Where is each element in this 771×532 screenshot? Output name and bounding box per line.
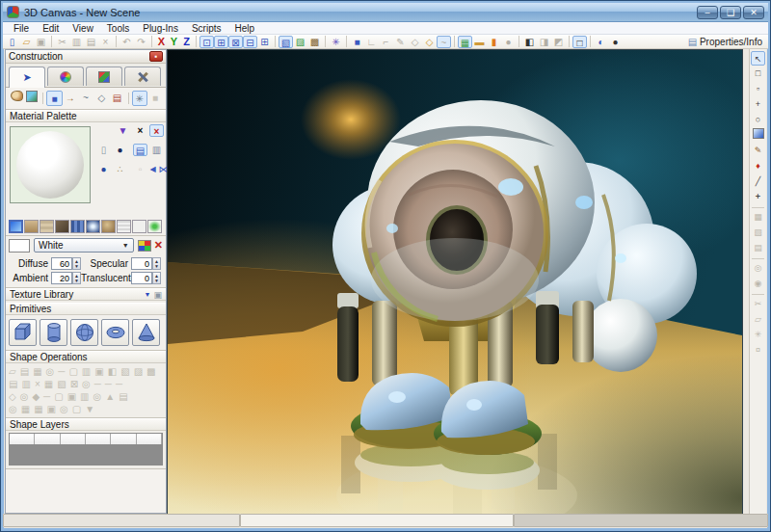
axis-x-button[interactable]: X <box>155 36 168 48</box>
figure-icon[interactable]: ¤ <box>751 343 765 358</box>
shaded-cube-icon[interactable]: ▨ <box>293 36 307 48</box>
remove-color-icon[interactable]: ✕ <box>154 239 163 252</box>
lasso-select-icon[interactable]: ▫ <box>751 82 765 96</box>
panel-close-icon[interactable]: ▪ <box>149 51 163 62</box>
cut-icon[interactable]: ✂ <box>55 36 69 48</box>
gradient-tool-icon[interactable] <box>751 128 765 143</box>
material-swatch[interactable] <box>117 220 131 233</box>
copy-icon[interactable]: ▥ <box>69 36 84 48</box>
gray-cube-icon[interactable]: ■ <box>147 91 163 106</box>
diffuse-stepper[interactable]: ▲▼ <box>72 257 81 270</box>
layers-icon[interactable]: ▤ <box>133 144 147 156</box>
properties-info-button[interactable]: ▤ Properties/Info <box>685 36 766 48</box>
cube-tool-icon[interactable]: ■ <box>350 36 364 48</box>
texture-library-header[interactable]: Texture Library ▼ ▣ <box>6 288 166 301</box>
material-swatch[interactable] <box>86 220 100 233</box>
menu-file[interactable]: File <box>7 23 36 34</box>
navigate-cube-icon[interactable]: ■ <box>46 91 62 106</box>
menu-tools[interactable]: Tools <box>100 23 136 34</box>
view-split-icon[interactable]: ◨ <box>537 36 551 48</box>
save-icon[interactable]: ▣ <box>34 36 48 48</box>
shape-ops-row[interactable]: ▱▤▦◎─▢▥▣◧▧▨▩ <box>9 365 163 378</box>
delete-material-icon[interactable]: × <box>149 124 164 137</box>
primitive-cube-button[interactable] <box>9 319 37 346</box>
color-drop-icon[interactable]: ♦ <box>751 159 765 173</box>
paw-icon[interactable]: ∴ <box>113 163 127 175</box>
move-icon[interactable]: + <box>751 97 765 112</box>
pen-tool-icon[interactable]: ✎ <box>393 36 408 48</box>
lamp-tool-icon[interactable]: ◇ <box>408 36 422 48</box>
star-shape-icon[interactable]: ✳ <box>751 328 765 342</box>
primitive-cone-button[interactable] <box>132 319 160 346</box>
translucent-value[interactable]: 0 <box>131 272 152 284</box>
orbit-icon[interactable]: ◎ <box>751 261 765 276</box>
horizontal-scrollbar-thumb[interactable] <box>240 514 514 527</box>
lamp-icon[interactable]: ◇ <box>93 91 109 106</box>
zoom-icon[interactable]: ○ <box>751 113 765 127</box>
specular-value[interactable]: 0 <box>131 257 152 270</box>
rotate-y-icon[interactable]: ▧ <box>751 226 765 240</box>
primitive-sphere-button[interactable] <box>70 319 98 346</box>
select-mode-icon[interactable]: ⊡ <box>199 36 214 48</box>
shade-half-icon[interactable]: ◐ <box>594 36 608 48</box>
viewport[interactable] <box>167 49 743 516</box>
paste-icon[interactable]: ▤ <box>84 36 98 48</box>
color-palette-icon[interactable] <box>138 240 151 252</box>
delete-icon[interactable]: × <box>98 36 113 48</box>
dark-sphere-icon[interactable]: ● <box>113 144 127 156</box>
material-swatch[interactable] <box>9 220 23 233</box>
redo-icon[interactable]: ↷ <box>134 36 148 48</box>
minimize-button[interactable]: – <box>697 6 718 19</box>
menu-view[interactable]: View <box>66 23 100 34</box>
menu-help[interactable]: Help <box>227 23 261 34</box>
current-color-swatch[interactable] <box>9 239 30 253</box>
material-swatch[interactable] <box>70 220 85 233</box>
texture-expand-icon[interactable]: ▼ <box>145 291 151 298</box>
point-light-icon[interactable]: ● <box>501 36 516 48</box>
hook-tool-icon[interactable]: ⌐ <box>379 36 393 48</box>
new-page-icon[interactable]: ▯ <box>96 144 111 156</box>
ambient-value[interactable]: 20 <box>51 272 72 284</box>
material-swatch[interactable] <box>40 220 54 233</box>
paint-image-icon[interactable] <box>24 91 40 106</box>
database-icon[interactable]: ▥ <box>149 144 164 156</box>
single-view-icon[interactable]: □ <box>572 36 587 48</box>
textured-cube-icon[interactable]: ▩ <box>307 36 322 48</box>
material-swatch[interactable] <box>132 220 146 233</box>
battery-light-icon[interactable]: ▮ <box>487 36 501 48</box>
axis-y-button[interactable]: Y <box>168 36 180 48</box>
primitive-torus-button[interactable] <box>101 319 129 346</box>
title-bar[interactable]: 3D Canvas - New Scene – ❑ ✕ <box>3 3 768 22</box>
translucent-stepper[interactable]: ▲▼ <box>152 272 161 284</box>
palette-icon[interactable] <box>9 91 24 106</box>
specular-stepper[interactable]: ▲▼ <box>152 257 161 270</box>
filter-arrow-icon[interactable]: ▼ <box>116 124 130 137</box>
clear-x-icon[interactable]: × <box>133 124 147 137</box>
render-scene-icon[interactable]: ▦ <box>458 36 472 48</box>
shade-full-icon[interactable]: ● <box>608 36 623 48</box>
rect-select-icon[interactable]: □ <box>751 66 765 81</box>
color-dropdown[interactable]: White ▼ <box>34 238 134 253</box>
tab-tools[interactable] <box>124 66 161 86</box>
maximize-button[interactable]: ❑ <box>720 6 741 19</box>
material-preview[interactable] <box>10 126 91 203</box>
curve-tool-icon[interactable]: ~ <box>437 36 451 48</box>
axis-z-button[interactable]: Z <box>180 36 193 48</box>
cut-shape-icon[interactable]: ✂ <box>751 297 765 311</box>
snap-icon[interactable]: ✳ <box>329 36 343 48</box>
bone-icon[interactable]: ~ <box>78 91 93 106</box>
menu-plugins[interactable]: Plug-Ins <box>136 23 185 34</box>
brush-icon[interactable]: ✎ <box>751 144 765 158</box>
target-icon[interactable]: ◉ <box>751 277 765 291</box>
pan-icon[interactable]: + <box>751 190 765 204</box>
shape-ops-row[interactable]: ◎▦▦▣◎▢▼ <box>9 403 163 415</box>
wireframe-cube-icon[interactable]: ▧ <box>279 36 293 48</box>
ambient-stepper[interactable]: ▲▼ <box>72 272 81 284</box>
shape-ops-row[interactable]: ◇◎◆─▢▣▥◎▲▤ <box>9 390 163 403</box>
eyedropper-icon[interactable]: ╱ <box>751 174 765 189</box>
new-file-icon[interactable]: ▯ <box>5 36 19 48</box>
rotate-x-icon[interactable]: ▦ <box>751 210 765 225</box>
texture-window-icon[interactable]: ▣ <box>153 290 162 300</box>
gear-icon[interactable]: ✳ <box>132 91 147 106</box>
material-swatch[interactable] <box>55 220 69 233</box>
